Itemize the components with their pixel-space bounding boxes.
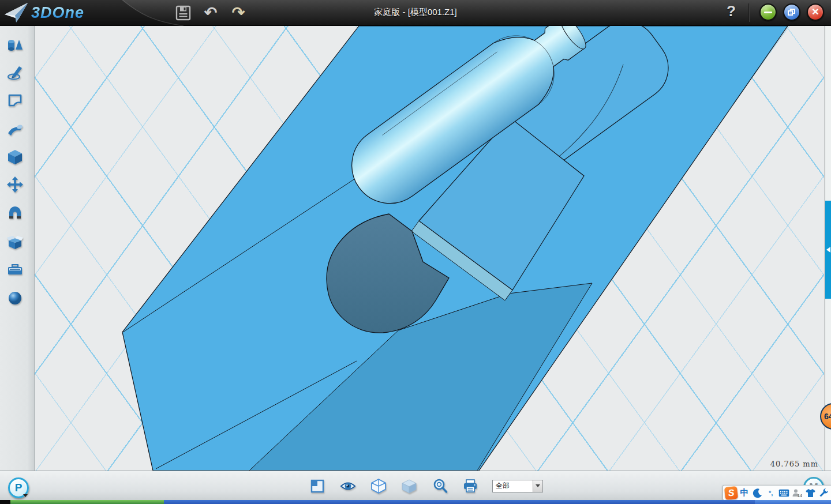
chevron-down-icon xyxy=(536,484,540,487)
taskbar-segment xyxy=(164,500,755,504)
undo-icon: ↶ xyxy=(204,5,218,21)
scale-readout: 40.765 mm xyxy=(770,460,818,468)
ime-settings-button[interactable] xyxy=(817,486,830,500)
wireframe-mode-button[interactable] xyxy=(370,477,387,495)
eye-icon xyxy=(340,479,356,494)
brand-text: 3DOne xyxy=(31,4,84,22)
primitive-solids-icon xyxy=(6,36,24,53)
wireframe-cube-icon xyxy=(370,478,387,494)
os-taskbar xyxy=(0,500,831,504)
dropdown-button[interactable] xyxy=(533,480,542,492)
panel-expand-tab[interactable] xyxy=(825,201,831,299)
shaded-mode-button[interactable] xyxy=(400,477,418,495)
user-icon: 14 xyxy=(792,488,802,498)
badge-count: 64 xyxy=(824,412,831,421)
restore-button[interactable] xyxy=(783,3,800,21)
close-icon: ✕ xyxy=(811,7,819,17)
sketch-sheet-icon xyxy=(6,92,24,109)
taskbar-segment xyxy=(0,500,10,504)
feature-cube-icon xyxy=(6,148,24,166)
sidebar-item-assembly-magnet[interactable] xyxy=(5,204,25,223)
zoom-lens-icon xyxy=(432,478,448,494)
titlebar-separator xyxy=(748,3,750,22)
datum-plane-icon xyxy=(310,479,325,494)
print-button[interactable] xyxy=(462,477,479,495)
measure-kit-icon xyxy=(6,261,24,279)
app-logo: 3DOne xyxy=(3,1,84,25)
view-filter-value: 全部 xyxy=(493,481,533,491)
moon-icon xyxy=(753,488,763,498)
ime-softkeyboard-button[interactable] xyxy=(778,486,791,500)
launcher-p-caret[interactable] xyxy=(23,494,28,497)
view-toolbar: 全部 xyxy=(309,471,543,501)
sweep-edit-icon xyxy=(6,121,24,138)
taskbar-tray-segment xyxy=(755,500,831,504)
ime-skin-button[interactable] xyxy=(804,486,817,500)
visibility-button[interactable] xyxy=(339,477,357,495)
view-filter-dropdown[interactable]: 全部 xyxy=(492,480,543,492)
sidebar-item-feature-cube[interactable] xyxy=(5,147,25,167)
minimize-button[interactable] xyxy=(759,3,777,21)
material-sphere-icon xyxy=(6,289,24,307)
minimize-icon xyxy=(764,12,772,13)
ime-toolbar: S 中 °, 14 xyxy=(723,485,831,501)
redo-button[interactable]: ↷ xyxy=(229,4,248,22)
sketch-pen-icon xyxy=(6,63,24,81)
redo-icon: ↷ xyxy=(232,5,245,21)
zoom-button[interactable] xyxy=(431,477,448,495)
ime-lang-toggle[interactable]: 中 xyxy=(738,486,751,500)
chevron-left-icon xyxy=(826,247,830,253)
save-button[interactable] xyxy=(173,4,193,22)
restore-icon xyxy=(788,9,796,16)
open-box-icon xyxy=(6,233,24,250)
sidebar-item-sketch-surface[interactable] xyxy=(5,91,25,110)
sogou-logo-icon[interactable]: S xyxy=(724,486,738,499)
keyboard-icon xyxy=(778,489,789,497)
help-button[interactable]: ? xyxy=(723,2,740,23)
ime-fullhalf-toggle[interactable] xyxy=(751,486,764,500)
ime-punct-toggle[interactable]: °, xyxy=(765,486,777,500)
taskbar-start-segment xyxy=(10,500,164,504)
tshirt-icon xyxy=(805,488,816,498)
app-window: 3DOne ↶ ↷ 家庭版 - [模型001.Z1] ? xyxy=(0,0,831,504)
magnet-assembly-icon xyxy=(6,205,24,222)
sidebar-item-open-box[interactable] xyxy=(5,232,25,251)
paper-plane-icon xyxy=(3,2,29,25)
sidebar-item-material-sphere[interactable] xyxy=(5,288,25,308)
launcher-p-label: P xyxy=(15,482,23,494)
datum-plane-button[interactable] xyxy=(309,477,326,495)
close-button[interactable]: ✕ xyxy=(807,3,824,21)
ime-account-button[interactable]: 14 xyxy=(791,486,803,500)
viewport-3d[interactable]: 40.765 mm xyxy=(35,26,824,471)
save-icon xyxy=(175,5,191,21)
titlebar: 3DOne ↶ ↷ 家庭版 - [模型001.Z1] ? xyxy=(0,0,831,26)
sidebar-item-move[interactable] xyxy=(5,175,25,194)
undo-button[interactable]: ↶ xyxy=(201,4,220,22)
wrench-icon xyxy=(819,488,829,498)
titlebar-swoosh xyxy=(0,0,831,26)
left-toolbar xyxy=(0,26,35,471)
sidebar-item-measure-kit[interactable] xyxy=(5,260,25,280)
model-scene xyxy=(35,26,824,471)
sidebar-item-sweep-edit[interactable] xyxy=(5,119,25,139)
sidebar-item-sketch-draw[interactable] xyxy=(5,62,25,82)
sidebar-item-primitive-solids[interactable] xyxy=(5,35,25,54)
shaded-cube-icon xyxy=(401,478,417,494)
move-arrows-icon xyxy=(6,176,24,193)
svg-text:14: 14 xyxy=(798,493,802,497)
bottom-bar: P xyxy=(0,471,831,500)
printer-icon xyxy=(462,479,478,494)
